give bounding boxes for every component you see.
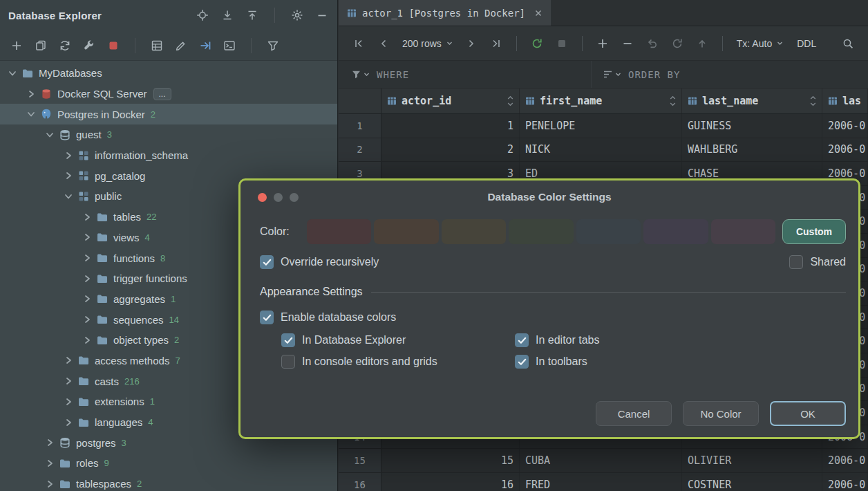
chevron-right-icon[interactable] — [43, 458, 57, 468]
chevron-right-icon[interactable] — [62, 418, 75, 427]
custom-color-button[interactable]: Custom — [782, 219, 846, 244]
color-swatch-2[interactable] — [374, 219, 438, 244]
cell[interactable]: FRED — [520, 473, 682, 491]
next-page-icon[interactable] — [461, 33, 482, 54]
checkbox[interactable] — [260, 255, 274, 269]
color-swatch-6[interactable] — [643, 219, 708, 244]
collapse-all-icon[interactable] — [244, 7, 261, 24]
rollback-icon[interactable] — [667, 33, 688, 54]
checkbox[interactable] — [789, 255, 803, 269]
checkbox[interactable] — [515, 333, 529, 347]
chevron-right-icon[interactable] — [62, 151, 75, 160]
sort-toggle-icon[interactable] — [507, 95, 513, 106]
table-row-16[interactable]: 1616FREDCOSTNER2006-0 — [339, 473, 868, 491]
checkbox[interactable] — [260, 311, 274, 324]
sort-toggle-icon[interactable] — [670, 95, 676, 106]
option-in-toolbars[interactable]: In toolbars — [515, 355, 600, 369]
jump-to-console-icon[interactable] — [197, 37, 214, 54]
chevron-right-icon[interactable] — [62, 171, 75, 180]
chevron-right-icon[interactable] — [24, 89, 38, 99]
chevron-right-icon[interactable] — [62, 376, 75, 386]
tree-item-guest[interactable]: guest3 — [0, 124, 337, 145]
column-header-las[interactable]: las — [822, 89, 868, 113]
first-page-icon[interactable] — [348, 33, 369, 54]
tree-item-tablespaces[interactable]: tablespaces2 — [0, 474, 337, 491]
reload-page-icon[interactable] — [527, 33, 547, 54]
chevron-down-icon[interactable] — [43, 130, 57, 140]
column-header-actor-id[interactable]: actor_id — [381, 89, 520, 113]
override-recursively-checkbox[interactable]: Override recursively — [260, 255, 379, 269]
color-swatch-7[interactable] — [711, 219, 775, 244]
chevron-down-icon[interactable] — [6, 68, 19, 78]
column-header-last-name[interactable]: last_name — [682, 89, 822, 113]
color-swatch-5[interactable] — [576, 219, 641, 244]
no-color-button[interactable]: No Color — [683, 401, 759, 426]
close-icon[interactable] — [534, 8, 543, 18]
ok-button[interactable]: OK — [770, 401, 846, 426]
tree-item-postgres-in-docker[interactable]: Postgres in Docker2 — [0, 104, 337, 124]
sort-toggle-icon[interactable] — [810, 95, 816, 106]
cell[interactable]: 16 — [381, 473, 520, 491]
submit-icon[interactable] — [692, 33, 713, 54]
search-icon[interactable] — [838, 33, 858, 54]
chevron-right-icon[interactable] — [80, 253, 94, 263]
chevron-right-icon[interactable] — [62, 355, 75, 365]
where-filter[interactable]: WHERE — [339, 61, 592, 88]
settings-icon[interactable] — [289, 7, 305, 24]
cell[interactable]: NICK — [520, 138, 682, 162]
tx-mode-selector[interactable]: Tx: Auto — [733, 38, 787, 49]
prev-page-icon[interactable] — [373, 33, 394, 54]
chevron-down-icon[interactable] — [24, 109, 38, 119]
table-row-1[interactable]: 11PENELOPEGUINESS2006-0 — [339, 114, 868, 138]
color-swatch-1[interactable] — [307, 219, 371, 244]
cell[interactable]: 2006-0 — [822, 473, 868, 491]
tree-item-mydatabases[interactable]: MyDatabases — [0, 63, 337, 84]
tree-item-docker-sql-server[interactable]: Docker SQL Server... — [0, 84, 337, 104]
cell[interactable]: OLIVIER — [682, 449, 822, 472]
option-in-editor-tabs[interactable]: In editor tabs — [515, 333, 600, 347]
cell[interactable]: 2006-0 — [822, 114, 868, 138]
cell[interactable]: 2006-0 — [822, 449, 868, 472]
zoom-window-button[interactable] — [290, 193, 299, 202]
duplicate-icon[interactable] — [32, 37, 49, 54]
option-in-console-editors-and-grids[interactable]: In console editors and grids — [281, 355, 515, 369]
tree-item-information-schema[interactable]: information_schema — [0, 145, 337, 166]
checkbox[interactable] — [281, 333, 295, 347]
edit-icon[interactable] — [173, 37, 189, 54]
color-swatch-3[interactable] — [442, 219, 506, 244]
color-swatch-4[interactable] — [509, 219, 573, 244]
add-row-icon[interactable] — [592, 33, 613, 54]
ddl-button[interactable]: DDL — [791, 38, 822, 49]
checkbox[interactable] — [281, 355, 295, 369]
hide-panel-icon[interactable] — [314, 7, 330, 24]
chevron-right-icon[interactable] — [80, 212, 94, 222]
data-source-properties-icon[interactable] — [81, 37, 97, 54]
cell[interactable]: 1 — [381, 114, 520, 138]
more-options-button[interactable]: ... — [153, 88, 171, 100]
stop-query-icon[interactable] — [551, 33, 572, 54]
filter-icon[interactable] — [265, 37, 281, 54]
cell[interactable]: WAHLBERG — [682, 138, 822, 162]
minimize-window-button[interactable] — [274, 193, 283, 202]
chevron-right-icon[interactable] — [62, 397, 75, 407]
chevron-down-icon[interactable] — [62, 192, 75, 201]
tab-actor-1[interactable]: actor_1 [Postgres in Docker] — [339, 0, 552, 26]
revert-icon[interactable] — [642, 33, 663, 54]
checkbox[interactable] — [515, 355, 529, 369]
chevron-right-icon[interactable] — [80, 232, 94, 242]
chevron-right-icon[interactable] — [43, 438, 57, 447]
option-in-database-explorer[interactable]: In Database Explorer — [281, 333, 515, 347]
chevron-right-icon[interactable] — [80, 274, 94, 284]
chevron-right-icon[interactable] — [80, 294, 94, 304]
shared-checkbox[interactable]: Shared — [789, 255, 846, 269]
add-icon[interactable] — [8, 37, 25, 54]
enable-database-colors-checkbox[interactable]: Enable database colors — [260, 311, 846, 324]
console-icon[interactable] — [221, 37, 238, 54]
cell[interactable]: GUINESS — [682, 114, 822, 138]
table-row-15[interactable]: 1515CUBAOLIVIER2006-0 — [339, 449, 868, 473]
tree-item-roles[interactable]: roles9 — [0, 453, 337, 474]
table-row-2[interactable]: 22NICKWAHLBERG2006-0 — [339, 138, 868, 163]
cell[interactable]: 2006-0 — [822, 138, 868, 162]
cell[interactable]: CUBA — [520, 449, 682, 472]
last-page-icon[interactable] — [486, 33, 507, 54]
